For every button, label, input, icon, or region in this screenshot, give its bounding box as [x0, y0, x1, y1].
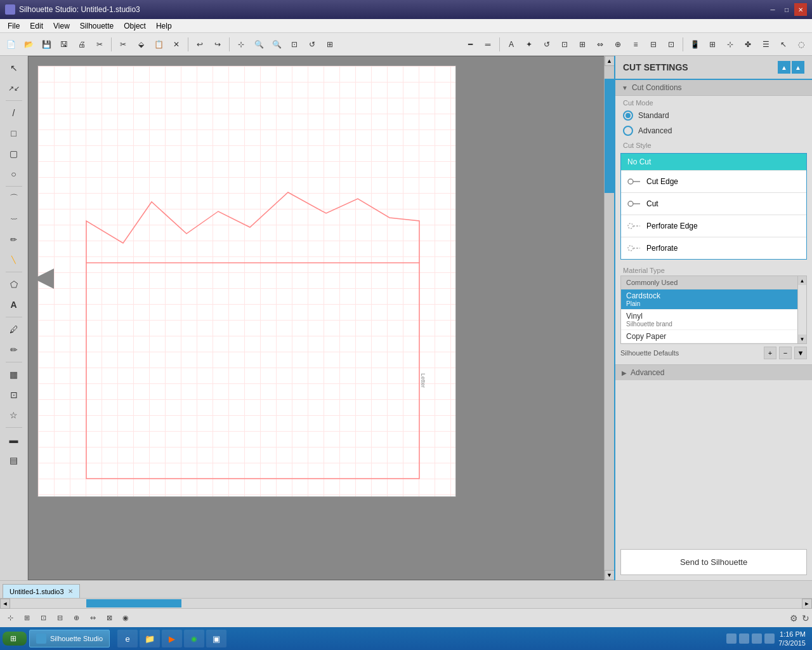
bt-select[interactable]: ⊹ — [3, 611, 18, 626]
material-scrollbar[interactable]: ▲ ▼ — [797, 276, 806, 343]
cut-style-perforate-edge[interactable]: Perforate Edge — [621, 215, 806, 237]
bt-group[interactable]: ⊡ — [36, 611, 51, 626]
scroll-thumb[interactable] — [605, 79, 614, 193]
tb-save[interactable]: 🖫 — [56, 36, 72, 53]
cut-style-cut[interactable]: Cut — [621, 193, 806, 215]
tool-select[interactable]: ↖ — [4, 58, 23, 77]
tb-r2[interactable]: ═ — [480, 36, 496, 53]
tb-redo[interactable]: ↪ — [209, 36, 226, 53]
tool-bezier[interactable]: ⌒ — [4, 189, 23, 208]
tool-paint[interactable]: ╲ — [4, 250, 23, 269]
tool-eraser[interactable]: ✏ — [4, 340, 23, 359]
scroll-down-button[interactable]: ▼ — [794, 347, 807, 359]
minimize-button[interactable]: ─ — [766, 3, 779, 16]
settings-gear-icon[interactable]: ⚙ — [790, 613, 798, 623]
tb-zoom-fit[interactable]: ⊡ — [286, 36, 303, 53]
close-button[interactable]: ✕ — [794, 3, 807, 16]
menu-edit[interactable]: Edit — [25, 20, 48, 32]
cut-style-no-cut[interactable]: No Cut — [621, 154, 806, 171]
tb-align[interactable]: ⊞ — [322, 36, 338, 53]
tool-media[interactable]: ▦ — [4, 365, 23, 384]
bt-flip[interactable]: ⇔ — [85, 611, 100, 626]
tb-save-as[interactable]: 💾 — [38, 36, 55, 53]
tb-r3[interactable]: ≡ — [627, 36, 644, 53]
tb-r4[interactable]: ⊟ — [645, 36, 662, 53]
mat-scroll-up[interactable]: ▲ — [798, 276, 806, 285]
bt-select2[interactable]: ⊞ — [19, 611, 34, 626]
scroll-track[interactable] — [605, 66, 614, 570]
scroll-left-arrow[interactable]: ◄ — [0, 599, 10, 609]
vertical-scrollbar[interactable]: ▲ ▼ — [604, 56, 614, 580]
tb-r8[interactable]: ☰ — [757, 36, 774, 53]
tool-ellipse[interactable]: ○ — [4, 164, 23, 183]
menu-help[interactable]: Help — [151, 20, 177, 32]
tb-select[interactable]: ⊹ — [233, 36, 249, 53]
bt-align[interactable]: ⊕ — [69, 611, 84, 626]
material-copy-paper[interactable]: Copy Paper — [621, 330, 806, 343]
tb-print[interactable]: 🖨 — [74, 36, 90, 53]
tb-paste[interactable]: 📋 — [150, 36, 167, 53]
panel-nav-prev[interactable]: ▲ — [778, 61, 790, 74]
tb-new[interactable]: 📄 — [3, 36, 19, 53]
menu-silhouette[interactable]: Silhouette — [75, 20, 119, 32]
tb-r5[interactable]: ⊡ — [663, 36, 679, 53]
tb-phone[interactable]: 📱 — [686, 36, 703, 53]
menu-object[interactable]: Object — [119, 20, 151, 32]
tb-rotate[interactable]: ↺ — [304, 36, 320, 53]
tb-zoom-in[interactable]: 🔍 — [268, 36, 285, 53]
scroll-up-arrow[interactable]: ▲ — [605, 56, 615, 66]
tool-library[interactable]: ☆ — [4, 406, 23, 425]
tb-cut[interactable]: ✂ — [115, 36, 131, 53]
tool-rect[interactable]: □ — [4, 124, 23, 143]
tool-rect2[interactable]: ▬ — [4, 430, 23, 449]
advanced-section[interactable]: ▶ Advanced — [615, 364, 812, 380]
tb-copy[interactable]: ⬙ — [133, 36, 149, 53]
standard-radio[interactable] — [623, 110, 633, 121]
tb-r7[interactable]: ✤ — [740, 36, 756, 53]
taskbar-media-icon[interactable]: ▶ — [162, 630, 182, 647]
tb-ungroup[interactable]: ⊞ — [574, 36, 591, 53]
tool-node[interactable]: ↗↙ — [4, 79, 23, 98]
bt-distribute[interactable]: ⊠ — [102, 611, 117, 626]
advanced-radio[interactable] — [623, 126, 633, 136]
cut-conditions-header[interactable]: ▼ Cut Conditions — [615, 80, 812, 96]
h-scroll-thumb[interactable] — [86, 599, 181, 607]
add-material-button[interactable]: + — [764, 347, 776, 359]
taskbar-folder-icon[interactable]: 📁 — [140, 630, 160, 647]
canvas-area[interactable]: Letter ▲ ▼ — [28, 56, 614, 580]
tb-cur[interactable]: ↖ — [775, 36, 792, 53]
material-cardstock[interactable]: Cardstock Plain — [621, 289, 806, 310]
h-scroll-track[interactable] — [10, 599, 802, 608]
tray-icon-4[interactable] — [764, 633, 775, 644]
tool-line[interactable]: / — [4, 103, 23, 123]
tb-undo2[interactable]: ↺ — [539, 36, 555, 53]
tb-text[interactable]: A — [503, 36, 520, 53]
remove-material-button[interactable]: − — [779, 347, 792, 359]
tb-undo[interactable]: ↩ — [192, 36, 208, 53]
tray-icon-2[interactable] — [739, 633, 749, 644]
tb-replicate[interactable]: ⊕ — [610, 36, 626, 53]
tray-icon-3[interactable] — [752, 633, 762, 644]
tb-r1[interactable]: ━ — [462, 36, 478, 53]
tool-text[interactable]: A — [4, 295, 23, 314]
tb-star[interactable]: ✦ — [521, 36, 537, 53]
tool-fill[interactable]: 🖊 — [4, 320, 23, 339]
tb-zoom-out[interactable]: 🔍 — [251, 36, 267, 53]
clock[interactable]: 1:16 PM 7/3/2015 — [778, 630, 806, 648]
tool-page[interactable]: ⊡ — [4, 385, 23, 404]
bt-b1[interactable]: ◉ — [118, 611, 133, 626]
scroll-right-arrow[interactable]: ► — [802, 599, 812, 609]
bt-ungroup[interactable]: ⊟ — [52, 611, 67, 626]
tool-grid2[interactable]: ▤ — [4, 451, 23, 470]
taskbar-chrome-icon[interactable]: ◉ — [184, 630, 204, 647]
scroll-down-arrow[interactable]: ▼ — [605, 570, 615, 580]
tool-roundrect[interactable]: ▢ — [4, 144, 23, 163]
tb-group[interactable]: ⊡ — [556, 36, 573, 53]
tb-delete[interactable]: ✕ — [168, 36, 185, 53]
maximize-button[interactable]: □ — [780, 3, 793, 16]
tb-r6[interactable]: ⊹ — [722, 36, 738, 53]
menu-view[interactable]: View — [48, 20, 75, 32]
cut-style-cut-edge[interactable]: Cut Edge — [621, 171, 806, 193]
tb-grid[interactable]: ⊞ — [704, 36, 721, 53]
tb-flip[interactable]: ⇔ — [592, 36, 608, 53]
